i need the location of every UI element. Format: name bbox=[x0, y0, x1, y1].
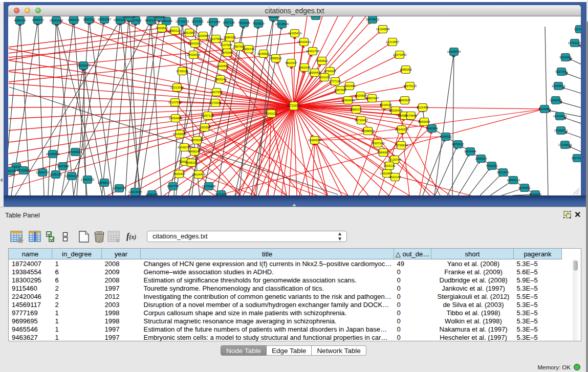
svg-text:1244415: 1244415 bbox=[550, 99, 562, 102]
svg-text:20691406: 20691406 bbox=[50, 19, 63, 22]
svg-text:10958127: 10958127 bbox=[98, 181, 112, 184]
svg-text:1071915: 1071915 bbox=[191, 20, 204, 23]
svg-text:1640954: 1640954 bbox=[426, 127, 438, 130]
svg-text:2930023: 2930023 bbox=[265, 112, 277, 115]
svg-text:8960123: 8960123 bbox=[169, 29, 181, 32]
svg-text:17016504: 17016504 bbox=[558, 143, 572, 146]
svg-text:9242843: 9242843 bbox=[216, 64, 229, 68]
svg-text:20053346: 20053346 bbox=[77, 64, 91, 67]
svg-text:12156829: 12156829 bbox=[17, 169, 31, 172]
svg-text:19904435: 19904435 bbox=[308, 71, 322, 74]
svg-text:15692971: 15692971 bbox=[554, 129, 568, 132]
svg-text:9777169: 9777169 bbox=[329, 80, 341, 83]
svg-text:15720407: 15720407 bbox=[355, 119, 368, 122]
svg-text:7955812: 7955812 bbox=[316, 59, 328, 62]
svg-text:16961758: 16961758 bbox=[306, 50, 320, 53]
svg-text:9948312: 9948312 bbox=[185, 161, 198, 164]
svg-text:9574844: 9574844 bbox=[405, 114, 417, 117]
svg-text:12505135: 12505135 bbox=[65, 174, 79, 178]
svg-text:18724007: 18724007 bbox=[286, 104, 301, 107]
svg-text:8186328: 8186328 bbox=[224, 36, 236, 39]
svg-text:1621022: 1621022 bbox=[318, 76, 331, 79]
svg-text:16543382: 16543382 bbox=[188, 42, 202, 45]
svg-text:10688609: 10688609 bbox=[361, 129, 375, 133]
svg-text:3397588: 3397588 bbox=[57, 165, 69, 168]
svg-text:16549323: 16549323 bbox=[395, 128, 409, 131]
svg-text:2522144: 2522144 bbox=[389, 176, 401, 179]
svg-text:7625402: 7625402 bbox=[173, 172, 185, 176]
svg-text:14914479: 14914479 bbox=[192, 173, 206, 176]
svg-text:10719155: 10719155 bbox=[176, 20, 189, 23]
svg-text:18307249: 18307249 bbox=[371, 142, 385, 145]
svg-text:7632621: 7632621 bbox=[486, 164, 498, 167]
svg-text:10854112: 10854112 bbox=[507, 179, 520, 182]
svg-text:1865327: 1865327 bbox=[83, 18, 95, 21]
svg-text:7515526: 7515526 bbox=[238, 21, 250, 25]
svg-text:5822037: 5822037 bbox=[285, 61, 297, 64]
svg-text:1112044: 1112044 bbox=[574, 28, 581, 31]
svg-text:19756928: 19756928 bbox=[395, 144, 408, 147]
svg-text:10025438: 10025438 bbox=[389, 109, 403, 112]
svg-text:10046788: 10046788 bbox=[178, 146, 191, 149]
svg-text:9115460: 9115460 bbox=[417, 106, 429, 109]
svg-text:9245652: 9245652 bbox=[518, 186, 531, 189]
svg-text:3215955: 3215955 bbox=[538, 107, 551, 111]
svg-text:16107553: 16107553 bbox=[168, 101, 182, 104]
svg-text:1167534: 1167534 bbox=[572, 157, 581, 160]
svg-text:9146821: 9146821 bbox=[257, 52, 270, 55]
svg-text:1245139: 1245139 bbox=[50, 173, 62, 176]
svg-text:9084067: 9084067 bbox=[377, 151, 389, 154]
svg-text:16120746: 16120746 bbox=[388, 158, 402, 161]
svg-text:12923448: 12923448 bbox=[128, 190, 142, 193]
svg-text:9127508: 9127508 bbox=[220, 43, 232, 47]
svg-text:16210643: 16210643 bbox=[553, 115, 567, 118]
svg-text:2803144: 2803144 bbox=[214, 78, 227, 81]
svg-text:9427552: 9427552 bbox=[210, 91, 223, 94]
svg-text:9457791: 9457791 bbox=[167, 185, 179, 188]
svg-text:17359924: 17359924 bbox=[69, 150, 82, 154]
svg-text:1067136: 1067136 bbox=[223, 21, 235, 24]
svg-text:9127503: 9127503 bbox=[210, 37, 222, 40]
svg-text:20364456: 20364456 bbox=[341, 99, 355, 102]
svg-text:5938923: 5938923 bbox=[440, 135, 452, 138]
svg-text:7663822: 7663822 bbox=[156, 27, 168, 30]
svg-text:7485003: 7485003 bbox=[400, 68, 412, 71]
svg-text:7986372: 7986372 bbox=[350, 108, 362, 111]
svg-text:8813054: 8813054 bbox=[268, 16, 280, 18]
svg-text:17957225: 17957225 bbox=[81, 178, 95, 181]
svg-text:1588520: 1588520 bbox=[270, 57, 282, 60]
svg-text:9170041: 9170041 bbox=[209, 101, 222, 104]
svg-text:1362635: 1362635 bbox=[298, 66, 311, 69]
svg-text:15751074: 15751074 bbox=[568, 41, 581, 45]
svg-text:8912954: 8912954 bbox=[183, 31, 195, 34]
svg-text:10973493: 10973493 bbox=[393, 53, 407, 56]
svg-text:12213967: 12213967 bbox=[386, 40, 400, 43]
svg-text:10653267: 10653267 bbox=[98, 18, 112, 21]
svg-text:9329966: 9329966 bbox=[559, 56, 572, 59]
svg-text:20206556: 20206556 bbox=[46, 152, 60, 156]
svg-text:3267130: 3267130 bbox=[202, 114, 214, 117]
svg-text:7462664: 7462664 bbox=[343, 84, 356, 87]
svg-text:1865530: 1865530 bbox=[154, 16, 166, 18]
svg-text:9474444: 9474444 bbox=[464, 150, 476, 153]
svg-text:12213363: 12213363 bbox=[170, 86, 184, 89]
svg-text:6216015: 6216015 bbox=[380, 103, 392, 106]
svg-text:9227343: 9227343 bbox=[555, 70, 568, 73]
svg-text:3915341: 3915341 bbox=[8, 169, 16, 172]
svg-text:6497568: 6497568 bbox=[334, 89, 346, 92]
svg-text:20876812: 20876812 bbox=[366, 18, 380, 21]
svg-text:19218506: 19218506 bbox=[275, 23, 289, 26]
svg-text:6794028: 6794028 bbox=[324, 70, 336, 73]
svg-text:9498242: 9498242 bbox=[188, 150, 201, 153]
svg-text:19384554: 19384554 bbox=[308, 139, 322, 142]
svg-text:6699695: 6699695 bbox=[418, 120, 430, 123]
svg-text:1615132: 1615132 bbox=[383, 164, 396, 167]
svg-text:16648784: 16648784 bbox=[447, 50, 461, 53]
svg-text:15716485: 15716485 bbox=[202, 185, 216, 188]
svg-text:16154808: 16154808 bbox=[376, 28, 390, 31]
svg-text:10782759: 10782759 bbox=[113, 187, 126, 190]
svg-text:4055724: 4055724 bbox=[14, 19, 26, 22]
svg-text:12975115: 12975115 bbox=[403, 84, 417, 87]
svg-text:19166825: 19166825 bbox=[173, 133, 187, 136]
svg-text:18640910: 18640910 bbox=[297, 40, 311, 43]
